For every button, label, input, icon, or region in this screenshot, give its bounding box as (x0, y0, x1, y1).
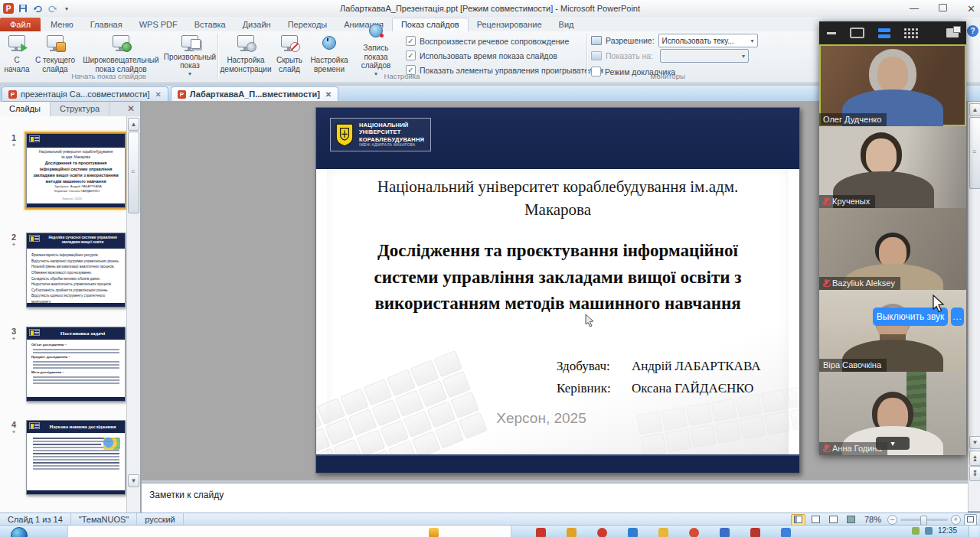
broadcast-slideshow-button[interactable]: Широковещательный показ слайдов (78, 33, 164, 77)
taskbar-icon[interactable] (658, 528, 668, 537)
record-slideshow-button[interactable]: Запись показа слайдов ▾ (352, 33, 400, 77)
tab-slides[interactable]: Слайды (0, 102, 51, 116)
redo-button[interactable] (47, 3, 57, 14)
taskbar-icon[interactable] (597, 528, 607, 537)
close-pane-icon[interactable]: ✕ (122, 102, 140, 116)
scrollbar-thumb[interactable] (128, 132, 139, 213)
zoom-level[interactable]: 78% (861, 515, 884, 524)
checkbox-label: Воспроизвести речевое сопровождение (420, 37, 569, 46)
scrollbar-thumb[interactable] (969, 117, 980, 189)
animation-icon: ✦ (8, 142, 20, 148)
participant-video-3[interactable]: Bazyliuk Aleksey (819, 208, 966, 290)
close-tab-icon[interactable]: ✕ (155, 90, 161, 99)
text-line-placeholder (33, 364, 119, 366)
checkbox-play-narrations[interactable]: ✓ Воспроизвести речевое сопровождение (406, 35, 569, 47)
zoom-slider[interactable] (900, 519, 948, 521)
more-options-button[interactable]: ... (951, 308, 964, 326)
tab-outline[interactable]: Структура (51, 102, 109, 116)
taskbar-open-window[interactable] (67, 526, 511, 537)
previous-slide-button[interactable]: ▲▲ (969, 451, 980, 466)
show-on-dropdown[interactable]: ▾ (660, 49, 749, 63)
setup-slideshow-button[interactable]: Настройка демонстрации (220, 33, 271, 77)
slide-thumbnail-4[interactable]: Наукова новизна дослідження (26, 420, 126, 495)
taskbar-icon[interactable] (750, 528, 760, 537)
thumbnails-scrollbar[interactable]: ▲ ▼ (126, 116, 140, 513)
participant-video-2[interactable]: Крученых (819, 126, 966, 208)
gallery-view-icon[interactable] (904, 28, 918, 38)
from-beginning-button[interactable]: С начала (2, 33, 32, 77)
tab-design[interactable]: Дизайн (234, 18, 279, 31)
popout-icon[interactable] (946, 28, 959, 37)
rehearse-timings-button[interactable]: Настройка времени (308, 33, 351, 77)
tab-insert[interactable]: Вставка (186, 18, 234, 31)
slide-canvas[interactable]: НАЦІОНАЛЬНИЙ УНІВЕРСИТЕТ КОРАБЛЕБУДУВАНН… (315, 107, 800, 474)
text-line-placeholder (33, 453, 119, 454)
tab-slideshow[interactable]: Показ слайдов (392, 18, 469, 31)
checkbox-use-timings[interactable]: ✓ Использовать время показа слайдов (406, 50, 557, 61)
strip-view-icon[interactable] (878, 28, 890, 38)
tab-wps-pdf[interactable]: WPS PDF (131, 18, 186, 31)
document-tab-1[interactable]: P презентація Са...совместимости] ✕ (2, 86, 168, 101)
taskbar-icon[interactable] (628, 528, 638, 537)
tab-animation[interactable]: Анимация (335, 18, 392, 31)
show-desktop-button[interactable] (969, 526, 978, 537)
theme-name[interactable]: "ТемаNUOS" (71, 513, 138, 526)
custom-slideshow-button[interactable]: Произвольный показ ▾ (165, 33, 214, 77)
taskbar-icon[interactable] (567, 528, 577, 537)
restore-button[interactable] (939, 4, 947, 13)
undo-button[interactable] (32, 3, 43, 14)
slide-title-text[interactable]: Дослідження та проєктування інформаційно… (344, 238, 772, 317)
tab-file[interactable]: Файл (0, 18, 41, 31)
start-button[interactable] (11, 527, 28, 537)
scroll-down-button[interactable]: ▼ (969, 436, 980, 449)
speaker-view-icon[interactable] (850, 28, 864, 38)
taskbar-icon[interactable] (720, 528, 730, 537)
zoom-out-button[interactable]: – (887, 515, 897, 525)
reading-view-button[interactable] (826, 514, 841, 526)
scroll-up-button[interactable]: ▲ (969, 103, 980, 116)
close-tab-icon[interactable]: ✕ (325, 90, 332, 99)
qat-customize-dropdown[interactable]: ▾ (61, 3, 72, 14)
tab-review[interactable]: Рецензирование (469, 18, 550, 31)
slide-thumbnail-2[interactable]: Недоліки сучасної системи управління зак… (26, 233, 126, 308)
hide-slide-button[interactable]: Скрыть слайд (273, 33, 306, 77)
taskbar-icon[interactable] (689, 528, 699, 537)
zoom-slider-thumb[interactable] (920, 516, 927, 526)
notes-pane[interactable]: Заметки к слайду (142, 483, 968, 513)
slide-thumbnail-1[interactable]: Національний університет кораблебудуванн… (26, 133, 126, 208)
resolution-dropdown[interactable]: Использовать теку...▾ (658, 34, 758, 47)
save-button[interactable] (18, 3, 28, 14)
minimize-button[interactable]: — (910, 4, 919, 13)
taskbar-icon[interactable] (536, 528, 546, 537)
tray-icon[interactable] (925, 527, 933, 535)
document-tab-2[interactable]: P ЛабарткаваА_П...вместимости] ✕ (171, 86, 338, 101)
slide-sorter-view-button[interactable] (808, 514, 823, 526)
slide-authors[interactable]: Здобувач: Андрій ЛАБАРТКАВА Керівник: Ок… (557, 359, 760, 403)
minimize-video-panel-icon[interactable] (827, 32, 836, 34)
tray-icon[interactable] (912, 527, 920, 535)
next-slide-button[interactable]: ▼▼ (969, 466, 980, 481)
normal-view-button[interactable] (791, 514, 805, 526)
language-indicator[interactable]: русский (137, 513, 183, 526)
scroll-up-button[interactable]: ▲ (128, 118, 139, 131)
slide-university-text[interactable]: Національний університет кораблебудуванн… (358, 175, 758, 222)
collapse-strip-button[interactable]: ▾ (876, 437, 910, 450)
help-button[interactable]: ? (967, 25, 978, 37)
participant-video-1[interactable]: Олег Дудченко (819, 44, 966, 126)
slide-thumbnail-3[interactable]: Постановка задачі Об'єкт дослідження – П… (26, 327, 126, 402)
taskbar-icon[interactable] (429, 528, 439, 537)
scroll-down-button[interactable]: ▼ (128, 474, 139, 487)
tab-view[interactable]: Вид (550, 18, 583, 31)
close-button[interactable]: ✕ (967, 4, 975, 14)
slideshow-view-button[interactable] (844, 514, 858, 526)
taskbar-clock[interactable]: 12:35 (938, 526, 957, 535)
taskbar-icon[interactable] (781, 528, 791, 537)
tab-transitions[interactable]: Переходы (279, 18, 336, 31)
zoom-in-button[interactable]: + (951, 515, 961, 525)
main-scrollbar[interactable]: ▲ ▼ ▲▲ ▼▼ (968, 102, 980, 511)
tab-menu[interactable]: Меню (42, 18, 82, 31)
tab-home[interactable]: Главная (82, 18, 131, 31)
slide-place-year[interactable]: Херсон, 2025 (465, 410, 618, 427)
fit-to-window-button[interactable] (964, 514, 977, 526)
from-current-slide-button[interactable]: С текущего слайда (34, 33, 77, 77)
